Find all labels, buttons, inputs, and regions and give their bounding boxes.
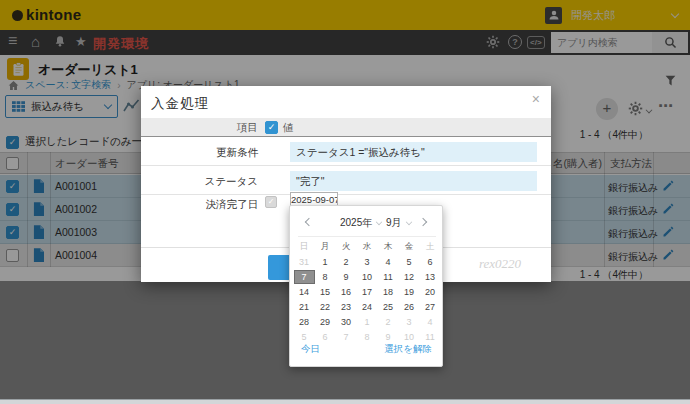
year-dropdown[interactable]: 2025年 [340,216,382,230]
calendar-day[interactable]: 1 [315,255,336,269]
year-label: 2025年 [340,217,372,228]
date-enabled-checkbox[interactable]: ✓ [265,196,277,208]
month-label: 9月 [386,217,402,228]
calendar-day[interactable]: 2 [378,315,399,329]
date-picker-popup: 2025年 9月 日月火水木金土 31123456789101112131415… [289,205,443,367]
field-label: ステータス [141,175,258,189]
today-link[interactable]: 今日 [301,343,320,356]
calendar-day[interactable]: 6 [315,330,336,344]
weekday-label: 金 [399,241,420,253]
calendar-weekdays: 日月火水木金土 [293,241,441,253]
calendar-day[interactable]: 10 [357,270,378,284]
calendar-day[interactable]: 11 [420,330,441,344]
calendar-day[interactable]: 24 [357,300,378,314]
calendar-day[interactable]: 4 [420,315,441,329]
calendar-day-selected[interactable]: 7 [294,270,315,284]
calendar-day[interactable]: 18 [378,285,399,299]
column-item-label: 項目 [141,121,258,135]
weekday-label: 水 [357,241,378,253]
dialog-header-checkbox[interactable]: ✓ [265,121,278,134]
weekday-label: 月 [315,241,336,253]
weekday-label: 土 [420,241,441,253]
dialog-table-header: 項目 ✓ 値 [141,118,551,137]
calendar-day[interactable]: 16 [336,285,357,299]
next-month-icon[interactable] [419,218,427,226]
calendar-day[interactable]: 2 [336,255,357,269]
dialog-row-status: ステータス "完了" [141,166,551,195]
calendar-day[interactable]: 8 [357,330,378,344]
calendar-day[interactable]: 17 [357,285,378,299]
chevron-down-icon [376,219,382,225]
calendar-day[interactable]: 23 [336,300,357,314]
calendar-day[interactable]: 5 [399,255,420,269]
month-dropdown[interactable]: 9月 [386,216,412,230]
previous-month-icon[interactable] [305,218,313,226]
screen: kintone 開発太郎 ≡ ⌂ ★ 開発環境 ? </> [0,0,690,404]
date-picker-nav: 2025年 9月 [290,214,442,232]
calendar-day[interactable]: 8 [315,270,336,284]
window-bottom-edge [0,399,690,404]
close-icon[interactable]: × [532,91,540,107]
calendar-day[interactable]: 25 [378,300,399,314]
chevron-down-icon [405,219,411,225]
weekday-label: 火 [336,241,357,253]
calendar-day[interactable]: 1 [357,315,378,329]
divider [298,236,436,237]
calendar-day[interactable]: 26 [399,300,420,314]
calendar-day[interactable]: 7 [336,330,357,344]
dialog-row-condition: 更新条件 ステータス1 ="振込み待ち" [141,137,551,166]
calendar-day[interactable]: 5 [294,330,315,344]
status-value-field: "完了" [290,171,537,191]
calendar-day[interactable]: 30 [336,315,357,329]
calendar-day[interactable]: 9 [378,330,399,344]
weekday-label: 日 [294,241,315,253]
calendar-day[interactable]: 28 [294,315,315,329]
calendar-day[interactable]: 12 [399,270,420,284]
calendar-day[interactable]: 22 [315,300,336,314]
calendar-grid: 3112345678910111213141516171819202122232… [293,255,441,344]
calendar-day[interactable]: 20 [420,285,441,299]
calendar-day[interactable]: 21 [294,300,315,314]
dialog-title: 入金処理 [151,95,209,113]
calendar-day[interactable]: 19 [399,285,420,299]
calendar-day[interactable]: 29 [315,315,336,329]
calendar-day[interactable]: 27 [420,300,441,314]
column-value-label: 値 [283,121,294,135]
calendar-day[interactable]: 13 [420,270,441,284]
condition-value-field: ステータス1 ="振込み待ち" [290,142,537,162]
calendar-day[interactable]: 4 [378,255,399,269]
calendar-day[interactable]: 15 [315,285,336,299]
calendar-day[interactable]: 11 [378,270,399,284]
calendar-day[interactable]: 31 [294,255,315,269]
weekday-label: 木 [378,241,399,253]
watermark: rex0220 [479,256,521,272]
calendar-day[interactable]: 3 [399,315,420,329]
calendar-day[interactable]: 9 [336,270,357,284]
field-label: 更新条件 [141,146,258,160]
calendar-day[interactable]: 10 [399,330,420,344]
clear-selection-link[interactable]: 選択を解除 [384,343,432,356]
calendar-day[interactable]: 3 [357,255,378,269]
calendar-day[interactable]: 6 [420,255,441,269]
field-label: 決済完了日 [141,198,258,212]
calendar-day[interactable]: 14 [294,285,315,299]
